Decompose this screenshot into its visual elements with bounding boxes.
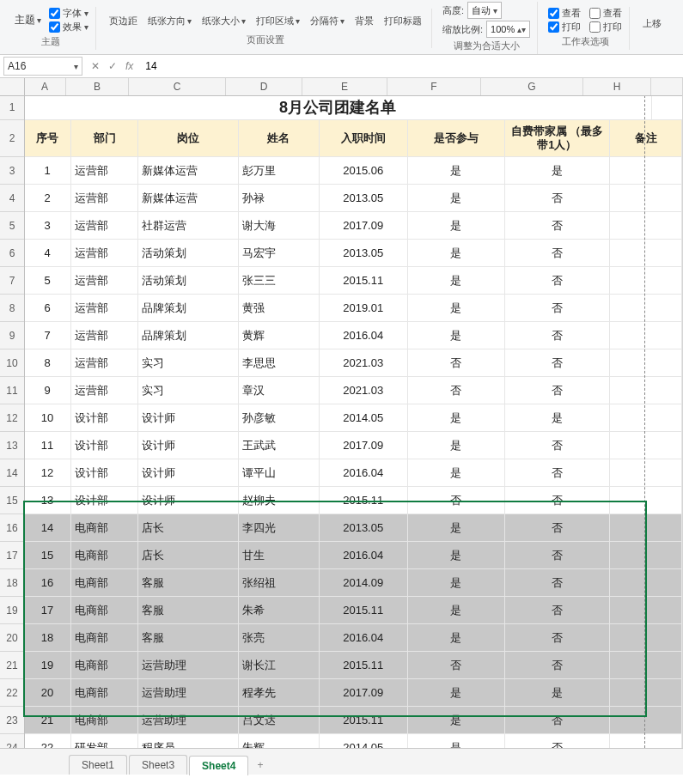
cell[interactable]: 李四光 bbox=[239, 514, 320, 541]
cell[interactable]: 8 bbox=[24, 349, 71, 376]
table-row[interactable]: 20电商部运营助理程孝先2017.09是是 bbox=[24, 679, 682, 707]
table-row[interactable]: 5运营部活动策划张三三2015.11是否 bbox=[24, 267, 682, 295]
cell[interactable]: 是 bbox=[408, 624, 505, 651]
cell[interactable] bbox=[610, 185, 682, 211]
cell[interactable] bbox=[610, 569, 682, 596]
cell[interactable]: 新媒体运营 bbox=[138, 157, 239, 184]
row-header[interactable]: 4 bbox=[0, 185, 24, 212]
cell[interactable] bbox=[610, 267, 682, 294]
cell[interactable]: 是 bbox=[408, 459, 505, 486]
cell[interactable]: 16 bbox=[24, 569, 71, 596]
cell[interactable]: 14 bbox=[24, 514, 71, 541]
cell[interactable]: 是 bbox=[408, 514, 505, 541]
cell[interactable]: 电商部 bbox=[71, 679, 138, 706]
cell[interactable]: 否 bbox=[505, 377, 610, 404]
row-headers[interactable]: 123456789101112131415161718192021222324 bbox=[0, 95, 25, 748]
column-header-D[interactable]: D bbox=[226, 78, 302, 95]
table-header[interactable]: 序号 bbox=[24, 120, 71, 156]
cell[interactable]: 2014.09 bbox=[320, 569, 408, 596]
cell[interactable] bbox=[610, 734, 682, 748]
row-header[interactable]: 18 bbox=[0, 569, 24, 597]
cell[interactable]: 运营部 bbox=[71, 212, 138, 239]
cell[interactable]: 赵柳夫 bbox=[239, 487, 320, 514]
cell[interactable] bbox=[610, 377, 682, 404]
table-header[interactable]: 入职时间 bbox=[320, 120, 408, 156]
cell[interactable]: 电商部 bbox=[71, 624, 138, 651]
cell[interactable]: 否 bbox=[408, 349, 505, 376]
cell[interactable]: 运营部 bbox=[71, 349, 138, 376]
cell[interactable] bbox=[610, 404, 682, 431]
cell[interactable]: 否 bbox=[505, 734, 610, 748]
cell[interactable]: 谢长江 bbox=[239, 652, 320, 678]
cell[interactable]: 店长 bbox=[138, 514, 239, 541]
cell[interactable]: 否 bbox=[505, 487, 610, 514]
cell[interactable]: 运营部 bbox=[71, 377, 138, 404]
cell[interactable]: 6 bbox=[24, 295, 71, 321]
cell[interactable]: 是 bbox=[408, 734, 505, 748]
row-header[interactable]: 23 bbox=[0, 707, 24, 734]
cell[interactable]: 设计部 bbox=[71, 404, 138, 431]
cell[interactable] bbox=[610, 679, 682, 706]
table-row[interactable]: 22研发部程序员朱辉2014.05是否 bbox=[24, 734, 682, 748]
print-titles-button[interactable]: 打印标题 bbox=[381, 14, 424, 28]
cell[interactable]: 2 bbox=[24, 185, 71, 211]
cell[interactable]: 15 bbox=[24, 542, 71, 568]
cell[interactable]: 2021.03 bbox=[320, 377, 408, 404]
cell[interactable]: 7 bbox=[24, 322, 71, 349]
table-row[interactable]: 15电商部店长甘生2016.04是否 bbox=[24, 542, 682, 569]
cell[interactable]: 运营助理 bbox=[138, 679, 239, 706]
cell[interactable]: 设计部 bbox=[71, 459, 138, 486]
cell[interactable] bbox=[610, 542, 682, 568]
table-row[interactable]: 17电商部客服朱希2015.11是否 bbox=[24, 597, 682, 624]
cell[interactable]: 3 bbox=[24, 212, 71, 239]
table-row[interactable]: 14电商部店长李四光2013.05是否 bbox=[24, 514, 682, 542]
cell[interactable]: 是 bbox=[408, 707, 505, 733]
table-row[interactable]: 1运营部新媒体运营彭万里2015.06是是 bbox=[24, 157, 682, 185]
add-sheet-button[interactable]: + bbox=[250, 756, 270, 775]
font-checkbox[interactable]: 字体 ▾ bbox=[49, 7, 88, 20]
row-header[interactable]: 11 bbox=[0, 377, 24, 404]
row-header[interactable]: 14 bbox=[0, 459, 24, 487]
cell[interactable]: 设计师 bbox=[138, 487, 239, 514]
cell[interactable]: 2021.03 bbox=[320, 349, 408, 376]
cell[interactable] bbox=[610, 212, 682, 239]
select-all-corner[interactable] bbox=[0, 78, 25, 96]
cell[interactable] bbox=[610, 157, 682, 184]
cell[interactable]: 运营部 bbox=[71, 322, 138, 349]
cell[interactable]: 2015.11 bbox=[320, 597, 408, 623]
column-header-C[interactable]: C bbox=[129, 78, 226, 95]
cell[interactable]: 客服 bbox=[138, 624, 239, 651]
cell[interactable]: 活动策划 bbox=[138, 240, 239, 266]
cell[interactable]: 否 bbox=[408, 377, 505, 404]
cell[interactable]: 2015.11 bbox=[320, 487, 408, 514]
cell[interactable]: 2013.05 bbox=[320, 240, 408, 266]
cell[interactable]: 否 bbox=[505, 707, 610, 733]
column-header-A[interactable]: A bbox=[24, 78, 66, 95]
cell[interactable]: 19 bbox=[24, 652, 71, 678]
background-button[interactable]: 背景 bbox=[352, 14, 376, 28]
view-checkbox-1[interactable]: 查看 bbox=[548, 7, 581, 20]
row-header[interactable]: 12 bbox=[0, 404, 24, 432]
margins-button[interactable]: 页边距 bbox=[107, 14, 140, 28]
print-checkbox-2[interactable]: 打印 bbox=[589, 21, 622, 33]
move-up-button[interactable]: 上移 bbox=[640, 16, 664, 31]
cell[interactable]: 品牌策划 bbox=[138, 295, 239, 321]
table-header[interactable]: 岗位 bbox=[138, 120, 239, 156]
row-header[interactable]: 13 bbox=[0, 432, 24, 459]
cell[interactable]: 运营部 bbox=[71, 295, 138, 321]
cell[interactable]: 2016.04 bbox=[320, 459, 408, 486]
cell[interactable]: 4 bbox=[24, 240, 71, 266]
column-header-H[interactable]: H bbox=[583, 78, 651, 95]
cell[interactable]: 是 bbox=[408, 267, 505, 294]
sheet-tab[interactable]: Sheet4 bbox=[189, 756, 248, 775]
cell[interactable]: 2014.05 bbox=[320, 734, 408, 748]
cell[interactable]: 是 bbox=[408, 240, 505, 266]
cell[interactable]: 活动策划 bbox=[138, 267, 239, 294]
cell[interactable]: 新媒体运营 bbox=[138, 185, 239, 211]
cell[interactable]: 2013.05 bbox=[320, 514, 408, 541]
cell[interactable]: 否 bbox=[505, 240, 610, 266]
cell[interactable]: 实习 bbox=[138, 377, 239, 404]
cell[interactable] bbox=[610, 514, 682, 541]
cell[interactable]: 18 bbox=[24, 624, 71, 651]
cell[interactable]: 马宏宇 bbox=[239, 240, 320, 266]
